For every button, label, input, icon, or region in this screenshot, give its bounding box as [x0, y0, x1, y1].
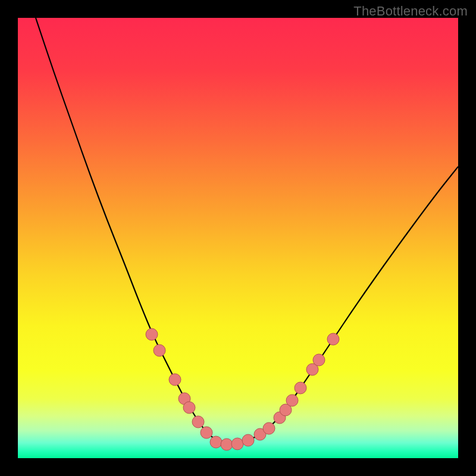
data-dot	[313, 354, 325, 366]
data-dot	[231, 438, 243, 450]
plot-svg	[18, 18, 458, 458]
data-dot	[263, 422, 275, 434]
data-dot	[201, 427, 212, 439]
data-dot	[221, 439, 233, 450]
data-dot	[146, 328, 158, 340]
watermark-text: TheBottleneck.com	[353, 4, 468, 19]
chart-frame: TheBottleneck.com	[0, 0, 476, 476]
data-dot	[210, 436, 222, 448]
data-dot	[327, 333, 339, 345]
data-dot	[154, 345, 165, 356]
data-dot	[242, 434, 254, 446]
data-dot	[286, 394, 298, 406]
data-dot	[295, 382, 306, 394]
data-dot	[169, 374, 181, 386]
gradient-background	[18, 18, 458, 458]
data-dot	[183, 402, 195, 414]
data-dot	[192, 416, 204, 428]
plot-area	[18, 18, 458, 458]
